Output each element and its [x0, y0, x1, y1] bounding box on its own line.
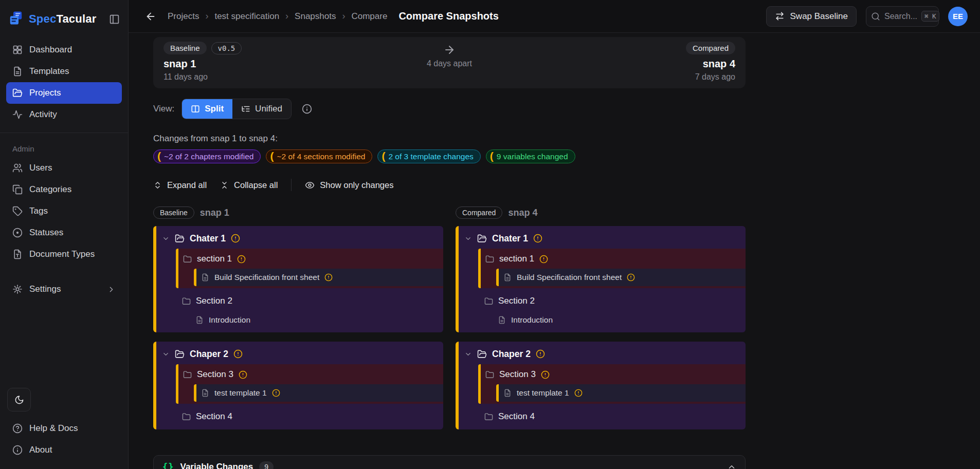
fold-icon	[220, 181, 229, 190]
sidebar-collapse-icon[interactable]	[109, 14, 120, 25]
section-row[interactable]: section 1	[178, 250, 443, 268]
back-button[interactable]	[143, 9, 158, 24]
chapter-name: Chaper 2	[190, 349, 228, 360]
file-icon	[201, 389, 209, 397]
modified-marker-icon: (	[157, 151, 161, 161]
template-row[interactable]: Build Specification front sheet	[196, 269, 443, 286]
section-row[interactable]: Section 3	[481, 365, 746, 384]
file-icon	[195, 316, 204, 324]
section-row[interactable]: Section 2	[156, 292, 443, 310]
expand-all-button[interactable]: Expand all	[153, 180, 207, 190]
eye-icon	[305, 180, 315, 190]
sidebar-item-help-docs[interactable]: Help & Docs	[6, 418, 122, 439]
badge-label: 9 variables changed	[497, 152, 568, 161]
baseline-tree: Chater 1 section 1	[153, 226, 443, 429]
view-unified-button[interactable]: Unified	[232, 99, 291, 119]
variable-changes-header[interactable]: {} Variable Changes 9	[153, 455, 746, 469]
sidebar-item-templates[interactable]: Templates	[6, 61, 122, 82]
chevron-down-icon[interactable]	[464, 235, 472, 242]
chapter-row[interactable]: Chaper 2	[156, 344, 443, 364]
template-modified-block: Build Specification front sheet	[194, 269, 443, 286]
section-row[interactable]: Section 3	[178, 365, 443, 384]
chevron-down-icon[interactable]	[464, 350, 472, 358]
search-input[interactable]	[884, 12, 917, 21]
copy-icon	[12, 184, 23, 195]
view-segmented-control: Split Unified	[182, 99, 292, 119]
sidebar-item-label: Users	[29, 163, 52, 173]
swap-baseline-label: Swap Baseline	[790, 11, 848, 22]
folder-icon	[182, 412, 191, 421]
chapter-row[interactable]: Chater 1	[156, 228, 443, 249]
view-info-icon[interactable]	[302, 104, 312, 114]
template-name: test template 1	[214, 388, 267, 398]
view-split-button[interactable]: Split	[182, 99, 232, 119]
section-row[interactable]: Section 4	[459, 407, 746, 426]
breadcrumb-item[interactable]: Compare	[351, 11, 387, 22]
swap-baseline-button[interactable]: Swap Baseline	[766, 6, 857, 27]
sidebar-item-dashboard[interactable]: Dashboard	[6, 39, 122, 61]
sidebar-item-tags[interactable]: Tags	[6, 200, 122, 222]
modified-marker-icon: (	[382, 151, 385, 161]
version-badge: v0.5	[211, 42, 242, 54]
snapshot-compare-header: Baseline v0.5 snap 1 11 days ago 4 days …	[153, 37, 746, 88]
baseline-snapshot-age: 11 days ago	[164, 72, 427, 82]
sidebar-item-settings[interactable]: Settings	[6, 278, 122, 300]
top-bar: Projects › test specification › Snapshot…	[129, 0, 980, 33]
chevron-down-icon[interactable]	[162, 235, 170, 242]
variable-changes-title: Variable Changes	[180, 462, 253, 469]
info-circle-icon	[12, 445, 23, 455]
snapshots-apart: 4 days apart	[427, 42, 472, 68]
sidebar-item-document-types[interactable]: Document Types	[6, 243, 122, 265]
chapter-name: Chaper 2	[492, 349, 531, 360]
sidebar-item-label: About	[29, 445, 52, 455]
toolbar-divider	[291, 179, 292, 191]
chapter-name: Chater 1	[492, 233, 528, 244]
chapter-row[interactable]: Chater 1	[459, 228, 746, 249]
breadcrumb-item[interactable]: Projects	[168, 11, 199, 22]
show-only-changes-button[interactable]: Show only changes	[305, 180, 393, 190]
section-row[interactable]: Section 2	[459, 292, 746, 310]
template-row[interactable]: Build Specification front sheet	[499, 269, 746, 286]
avatar[interactable]: EE	[948, 7, 968, 26]
sidebar-item-users[interactable]: Users	[6, 157, 122, 179]
sidebar-item-categories[interactable]: Categories	[6, 179, 122, 200]
breadcrumb-item[interactable]: Snapshots	[295, 11, 336, 22]
collapse-all-button[interactable]: Collapse all	[220, 180, 278, 190]
sidebar-item-label: Activity	[29, 109, 57, 120]
chevron-down-icon[interactable]	[162, 350, 170, 358]
global-search[interactable]: ⌘ K	[866, 6, 939, 27]
moon-icon	[14, 395, 24, 405]
section-modified-block: Section 3 test template 1	[176, 364, 443, 404]
section-name: Section 4	[498, 411, 535, 422]
chevron-right-icon	[107, 285, 116, 294]
template-row[interactable]: test template 1	[499, 384, 746, 402]
section-row[interactable]: section 1	[481, 250, 746, 268]
template-modified-block: test template 1	[194, 384, 443, 402]
template-name: test template 1	[517, 388, 569, 398]
sidebar-item-activity[interactable]: Activity	[6, 104, 122, 125]
template-row[interactable]: Introduction	[156, 311, 443, 329]
arrow-right-icon	[427, 44, 472, 56]
chapter-row[interactable]: Chaper 2	[459, 344, 746, 364]
chevron-up-icon[interactable]	[727, 462, 736, 469]
warning-icon	[533, 234, 542, 243]
sidebar-item-projects[interactable]: Projects	[6, 82, 122, 104]
variable-changes-count-badge: 9	[259, 461, 274, 469]
file-icon	[201, 273, 209, 282]
template-row[interactable]: Introduction	[459, 311, 746, 329]
template-name: Build Specification front sheet	[517, 273, 622, 282]
show-only-changes-label: Show only changes	[320, 180, 393, 190]
sidebar-item-label: Templates	[29, 66, 69, 77]
file-text-icon	[12, 66, 23, 77]
template-row[interactable]: test template 1	[196, 384, 443, 402]
section-modified-block: Section 3 test template 1	[478, 364, 746, 404]
breadcrumb-item[interactable]: test specification	[214, 11, 279, 22]
section-name: Section 3	[499, 369, 536, 380]
sidebar-item-about[interactable]: About	[6, 439, 122, 461]
section-row[interactable]: Section 4	[156, 407, 443, 426]
breadcrumb-separator-icon: ›	[285, 11, 288, 22]
sidebar-item-statuses[interactable]: Statuses	[6, 222, 122, 243]
warning-icon	[231, 234, 240, 243]
breadcrumb-separator-icon: ›	[205, 11, 208, 22]
theme-toggle-button[interactable]	[7, 388, 31, 411]
